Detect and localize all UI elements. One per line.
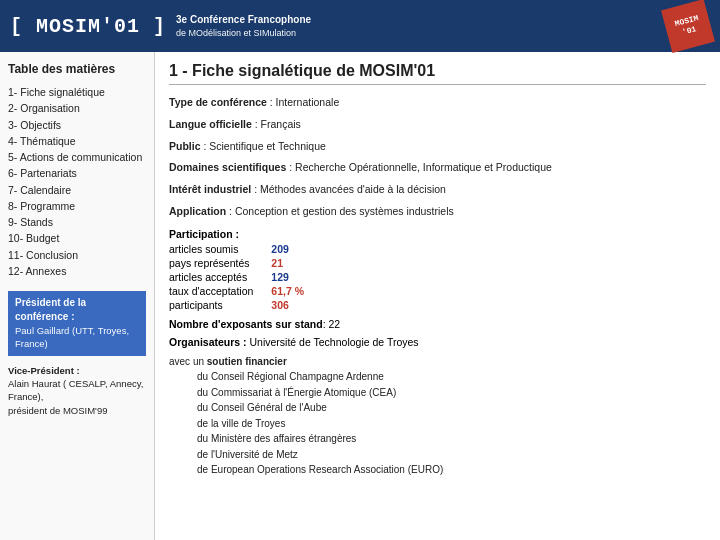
toc-list: 1- Fiche signalétique2- Organisation3- O… (8, 84, 146, 279)
soutien-line: du Conseil Général de l'Aube (169, 400, 706, 416)
type-value: : Internationale (267, 96, 339, 108)
participation-row: articles acceptés129 (169, 270, 308, 284)
public-label: Public (169, 140, 201, 152)
conf-line1: 3e Conférence Francophone (176, 13, 311, 27)
domaines-scientifiques: Domaines scientifiques : Recherche Opéra… (169, 160, 706, 176)
application-info: Application : Conception et gestion des … (169, 204, 706, 220)
application-label: Application (169, 205, 226, 217)
domaines-label: Domaines scientifiques (169, 161, 286, 173)
participation-row: pays représentés21 (169, 256, 308, 270)
type-label: Type de conférence (169, 96, 267, 108)
soutien-line: de la ville de Troyes (169, 416, 706, 432)
main-layout: Table des matières 1- Fiche signalétique… (0, 52, 720, 540)
soutien-line: du Ministère des affaires étrangères (169, 431, 706, 447)
toc-item: 6- Partenariats (8, 165, 146, 181)
toc-item: 3- Objectifs (8, 117, 146, 133)
organisateurs-label: Organisateurs : (169, 336, 247, 348)
header-conf-info: 3e Conférence Francophone de MOdélisatio… (176, 13, 311, 40)
soutien-line: du Commissariat à l'Énergie Atomique (CE… (169, 385, 706, 401)
toc-item: 8- Programme (8, 198, 146, 214)
toc-item: 5- Actions de communication (8, 149, 146, 165)
exposants-label: Nombre d'exposants sur stand (169, 318, 323, 330)
conf-line2: de MOdélisation et SIMulation (176, 27, 311, 40)
participation-table: articles soumis209pays représentés21arti… (169, 242, 308, 312)
application-value: : Conception et gestion des systèmes ind… (226, 205, 454, 217)
toc-item: 10- Budget (8, 230, 146, 246)
vp-label: Vice-Président : (8, 365, 80, 376)
participation-title: Participation : (169, 228, 706, 240)
soutien-intro: avec un (169, 356, 204, 367)
soutien-lines-container: du Conseil Régional Champagne Ardennedu … (169, 369, 706, 478)
toc-item: 12- Annexes (8, 263, 146, 279)
toc-item: 11- Conclusion (8, 247, 146, 263)
exposants-line: Nombre d'exposants sur stand: 22 (169, 318, 706, 330)
soutien-line: de European Operations Research Associat… (169, 462, 706, 478)
toc-item: 4- Thématique (8, 133, 146, 149)
langue-officielle: Langue officielle : Français (169, 117, 706, 133)
interet-industriel: Intérêt industriel : Méthodes avancées d… (169, 182, 706, 198)
header: [ MOSIM'01 ] 3e Conférence Francophone d… (0, 0, 720, 52)
organisateurs-block: Organisateurs : Université de Technologi… (169, 336, 706, 348)
participation-label: articles soumis (169, 242, 257, 256)
toc-title: Table des matières (8, 62, 146, 76)
toc-item: 9- Stands (8, 214, 146, 230)
participation-value: 61,7 % (257, 284, 308, 298)
participation-label: pays représentés (169, 256, 257, 270)
public-value: : Scientifique et Technique (201, 140, 326, 152)
soutien-line: du Conseil Régional Champagne Ardenne (169, 369, 706, 385)
participation-value: 306 (257, 298, 308, 312)
public-info: Public : Scientifique et Technique (169, 139, 706, 155)
header-logo: [ MOSIM'01 ] (10, 15, 166, 38)
soutien-label: soutien financier (207, 356, 287, 367)
interet-value: : Méthodes avancées d'aide à la décision (251, 183, 446, 195)
toc-item: 1- Fiche signalétique (8, 84, 146, 100)
domaines-value: : Recherche Opérationnelle, Informatique… (286, 161, 552, 173)
soutien-block: avec un soutien financier du Conseil Rég… (169, 354, 706, 478)
participation-row: participants306 (169, 298, 308, 312)
mosim-logo-square: MOSIM'01 (661, 0, 715, 53)
participation-row: articles soumis209 (169, 242, 308, 256)
interet-label: Intérêt industriel (169, 183, 251, 195)
soutien-line: de l'Université de Metz (169, 447, 706, 463)
organisateurs-value: Université de Technologie de Troyes (247, 336, 419, 348)
participation-value: 21 (257, 256, 308, 270)
langue-label: Langue officielle (169, 118, 252, 130)
participation-value: 129 (257, 270, 308, 284)
content-title: 1 - Fiche signalétique de MOSIM'01 (169, 62, 706, 85)
participation-label: taux d'acceptation (169, 284, 257, 298)
participation-row: taux d'acceptation61,7 % (169, 284, 308, 298)
participation-label: articles acceptés (169, 270, 257, 284)
president-name: Paul Gaillard (UTT, Troyes, France) (15, 324, 139, 351)
vp-title: président de MOSIM'99 (8, 405, 108, 416)
toc-item: 2- Organisation (8, 100, 146, 116)
toc-item: 7- Calendaire (8, 182, 146, 198)
header-logo-right: MOSIM'01 (666, 4, 710, 48)
vp-name: Alain Haurat ( CESALP, Annecy, France), (8, 378, 143, 402)
content-area: 1 - Fiche signalétique de MOSIM'01 Type … (155, 52, 720, 540)
vp-box: Vice-Président : Alain Haurat ( CESALP, … (8, 364, 146, 417)
participation-value: 209 (257, 242, 308, 256)
sidebar: Table des matières 1- Fiche signalétique… (0, 52, 155, 540)
president-label: Président de la conférence : (15, 296, 139, 324)
exposants-value: : 22 (323, 318, 341, 330)
type-conference: Type de conférence : Internationale (169, 95, 706, 111)
langue-value: : Français (252, 118, 301, 130)
participation-label: participants (169, 298, 257, 312)
participation-section: Participation : articles soumis209pays r… (169, 228, 706, 312)
president-box: Président de la conférence : Paul Gailla… (8, 291, 146, 356)
